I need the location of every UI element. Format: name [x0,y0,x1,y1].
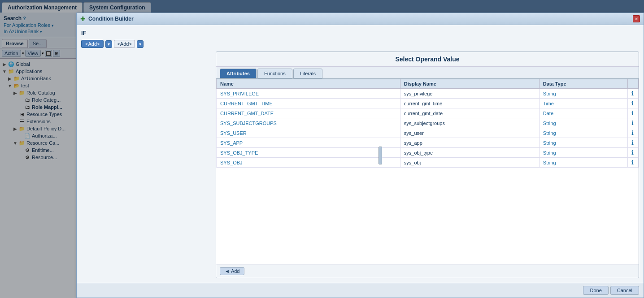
add-plain-button[interactable]: <Add> [114,40,135,48]
col-info [628,79,639,89]
row-display-name: sys_subjectgroups [400,118,539,128]
row-name[interactable]: SYS_APP [220,140,243,146]
row-data-type[interactable]: Date [543,111,553,116]
select-operand-panel: Select Operand Value Attributes Function… [216,52,639,278]
row-data-type[interactable]: String [543,121,556,126]
sov-table: Name Display Name Data Type SYS_PRIVILEG… [216,79,639,168]
row-display-name: sys_user [400,128,539,138]
row-name[interactable]: SYS_SUBJECTGROUPS [220,121,277,126]
row-display-name: sys_obj [400,158,539,168]
modal-titlebar: ✚ Condition Builder ✕ [77,13,644,25]
row-display-name: sys_privilege [400,89,539,99]
table-row[interactable]: CURRENT_GMT_DATE current_gmt_date Date ℹ [217,108,639,118]
sov-add-label: Add [231,268,240,274]
table-row[interactable]: SYS_USER sys_user String ℹ [217,128,639,138]
row-info-icon[interactable]: ℹ [631,110,634,117]
row-info-icon[interactable]: ℹ [631,90,634,97]
sov-table-wrap: Name Display Name Data Type SYS_PRIVILEG… [216,79,639,264]
sov-tab-attributes[interactable]: Attributes [220,69,257,78]
resize-handle[interactable] [379,147,382,164]
row-info-icon[interactable]: ℹ [631,120,634,126]
add-main-button[interactable]: <Add> [81,40,104,48]
row-data-type[interactable]: String [543,91,556,96]
col-name: Name [217,79,400,89]
row-display-name: sys_obj_type [400,148,539,158]
row-info-icon[interactable]: ℹ [631,100,634,107]
col-display-name: Display Name [400,79,539,89]
add-plain-dropdown[interactable]: ▾ [137,40,144,48]
sov-tab-functions[interactable]: Functions [257,69,292,78]
row-name[interactable]: CURRENT_GMT_DATE [220,111,274,116]
row-name[interactable]: SYS_USER [220,130,247,136]
row-info-icon[interactable]: ℹ [631,130,634,136]
row-name[interactable]: CURRENT_GMT_TIME [220,101,273,106]
row-name[interactable]: SYS_PRIVILEGE [220,91,259,96]
col-data-type: Data Type [539,79,627,89]
table-row[interactable]: CURRENT_GMT_TIME current_gmt_time Time ℹ [217,99,639,108]
row-data-type[interactable]: Time [543,101,554,106]
condition-builder-icon: ✚ [80,15,86,22]
table-row[interactable]: SYS_SUBJECTGROUPS sys_subjectgroups Stri… [217,118,639,128]
modal-close-button[interactable]: ✕ [633,15,640,22]
row-display-name: current_gmt_date [400,108,539,118]
sov-tab-literals[interactable]: Literals [293,69,322,78]
if-label: IF [81,30,639,36]
row-info-icon[interactable]: ℹ [631,159,634,166]
sov-tabs: Attributes Functions Literals [216,67,639,79]
row-display-name: sys_app [400,138,539,148]
table-row[interactable]: SYS_OBJ_TYPE sys_obj_type String ℹ [217,148,639,158]
row-info-icon[interactable]: ℹ [631,149,634,156]
row-name[interactable]: SYS_OBJ_TYPE [220,150,258,155]
row-info-icon[interactable]: ℹ [631,139,634,146]
table-row[interactable]: SYS_APP sys_app String ℹ [217,138,639,148]
row-data-type[interactable]: String [543,160,556,165]
modal-title: Condition Builder [88,16,633,22]
sov-title: Select Operand Value [216,52,639,67]
row-display-name: current_gmt_time [400,99,539,108]
modal-cancel-button[interactable]: Cancel [610,286,639,295]
done-button[interactable]: Done [583,286,608,295]
sov-footer: ◄ Add [216,264,639,278]
row-name[interactable]: SYS_OBJ [220,160,243,165]
row-data-type[interactable]: String [543,150,556,155]
add-main-dropdown[interactable]: ▾ [105,40,112,48]
table-row[interactable]: SYS_OBJ sys_obj String ℹ [217,158,639,168]
modal-body: IF <Add> ▾ <Add> ▾ Select Operand Value … [77,25,644,283]
row-data-type[interactable]: String [543,130,556,136]
table-row[interactable]: SYS_PRIVILEGE sys_privilege String ℹ [217,89,639,99]
condition-builder-modal: ✚ Condition Builder ✕ IF <Add> ▾ <Add> ▾… [76,13,644,298]
sov-add-button[interactable]: ◄ Add [220,267,244,275]
condition-row: <Add> ▾ <Add> ▾ [81,40,639,48]
row-data-type[interactable]: String [543,140,556,146]
modal-footer: Done Cancel [77,283,644,298]
back-arrow-icon: ◄ [225,268,230,274]
